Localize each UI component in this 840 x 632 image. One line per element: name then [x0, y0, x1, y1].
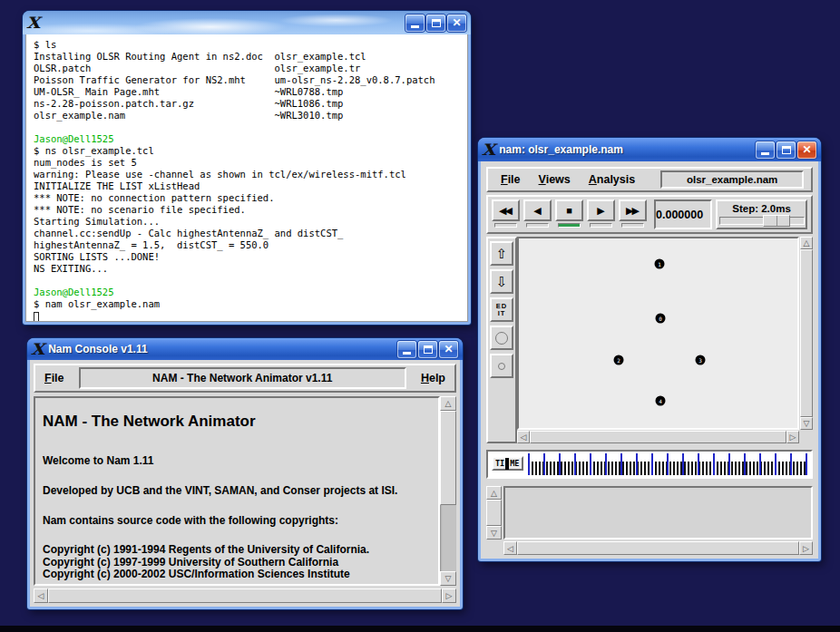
console-titlebar[interactable]: X Nam Console v1.11 ✕	[27, 338, 463, 360]
step-slider[interactable]	[719, 217, 805, 225]
network-node-2[interactable]: 2	[614, 355, 624, 365]
terminal-line: *** NOTE: no scenario file specified.	[34, 204, 467, 216]
x11-logo-icon: X	[31, 342, 44, 357]
menu-file[interactable]: File	[39, 369, 70, 387]
scroll-right-arrow[interactable]: ▷	[442, 588, 456, 603]
menu-help[interactable]: Help	[415, 369, 451, 387]
maximize-button[interactable]	[426, 15, 445, 32]
close-button[interactable]: ✕	[797, 141, 816, 159]
large-node-button-icon	[495, 332, 508, 345]
terminal-output[interactable]: $ lsInstalling OLSR Routing Agent in ns2…	[25, 34, 468, 322]
scroll-up-arrow[interactable]: △	[486, 486, 502, 500]
scroll-up-arrow[interactable]: △	[800, 237, 813, 249]
terminal-line: NS EXITING...	[34, 263, 467, 275]
console-text-area[interactable]: NAM - The Network Animator Welcome to Na…	[34, 396, 440, 586]
scroll-down-arrow[interactable]: ▽	[800, 417, 813, 430]
desktop-bottom-edge	[0, 626, 840, 632]
edit-button[interactable]: ED IT	[490, 297, 513, 322]
minimize-button[interactable]	[397, 341, 416, 358]
annotation-horizontal-scrollbar[interactable]: ◁ ▷	[503, 541, 813, 555]
scrollbar-thumb[interactable]	[530, 431, 786, 443]
terminal-line: Poisson Traffic Generator for NS2.mht um…	[34, 74, 467, 86]
scrollbar-thumb[interactable]	[486, 500, 502, 526]
terminal-line: UM-OLSR_ Main Page.mht ~WRL0788.tmp	[34, 86, 467, 98]
close-icon: ✕	[444, 344, 453, 355]
node-label: 4	[659, 398, 662, 404]
view-vertical-scrollbar[interactable]: △ ▽	[800, 237, 813, 430]
terminal-window: X ✕ $ lsInstalling OLSR Routing Agent in…	[23, 11, 471, 325]
rewind-button[interactable]: ◀◀	[492, 199, 520, 221]
terminal-line: OLSR.patch olsr_example.tr	[34, 63, 467, 74]
zoom-out-button[interactable]: ⇩	[490, 269, 513, 294]
terminal-line: num_nodes is set 5	[34, 157, 467, 169]
minimize-icon	[403, 352, 411, 355]
annotation-vertical-scrollbar[interactable]: △ ▽	[486, 486, 502, 540]
fast-forward-button-indicator	[621, 223, 644, 228]
scroll-down-arrow[interactable]: ▽	[440, 571, 456, 586]
step-slider-thumb[interactable]	[763, 215, 790, 227]
console-paragraph: Developed by UCB and the VINT, SAMAN, an…	[43, 484, 431, 497]
node-label: 1	[658, 261, 661, 267]
network-node-0[interactable]: 0	[656, 314, 666, 324]
maximize-icon	[424, 345, 433, 354]
console-vertical-scrollbar[interactable]: △ ▽	[440, 396, 456, 586]
step-rate-control: Step: 2.0ms	[716, 199, 807, 229]
terminal-line: *** NOTE: no connection pattern specifie…	[34, 192, 467, 204]
view-toolbar: ⇧⇩ED IT	[486, 237, 517, 443]
scrollbar-thumb[interactable]	[800, 249, 813, 417]
terminal-line: ns-2.28-poisson.patch.tar.gz ~WRL1086.tm…	[34, 98, 467, 110]
zoom-in-button[interactable]: ⇧	[490, 241, 513, 266]
scrollbar-thumb[interactable]	[440, 411, 456, 505]
scrollbar-thumb[interactable]	[517, 541, 799, 555]
node-label: 2	[617, 357, 620, 363]
terminal-titlebar[interactable]: X ✕	[23, 11, 471, 34]
menu-views[interactable]: Views	[533, 170, 576, 189]
play-forward-button[interactable]: ▶	[587, 199, 615, 221]
annotation-panel[interactable]	[503, 486, 813, 540]
view-horizontal-scrollbar[interactable]: ◁ ▷	[517, 431, 799, 443]
terminal-line: highestAntennaZ_ = 1.5, distCST_ = 550.0	[34, 239, 467, 251]
terminal-line	[34, 122, 467, 133]
time-ticks	[528, 453, 808, 475]
fast-forward-button[interactable]: ▶▶	[619, 199, 647, 221]
console-horizontal-scrollbar[interactable]: ◁ ▷	[34, 588, 456, 603]
small-node-button-icon	[498, 363, 505, 370]
terminal-line: warning: Please use -channel as shown in…	[34, 169, 467, 180]
scroll-left-arrow[interactable]: ◁	[517, 431, 530, 443]
maximize-button[interactable]	[418, 341, 437, 358]
terminal-line: Jason@Dell1525	[34, 287, 467, 298]
scroll-down-arrow[interactable]: ▽	[486, 526, 502, 540]
terminal-line: $ ls	[34, 39, 467, 51]
scroll-right-arrow[interactable]: ▷	[799, 541, 813, 555]
terminal-line: Starting Simulation...	[34, 216, 467, 228]
close-button[interactable]: ✕	[439, 341, 458, 358]
maximize-icon	[782, 146, 791, 154]
time-slider-bar[interactable]: TI ME	[486, 450, 813, 479]
stop-button[interactable]: ■	[555, 199, 583, 221]
scroll-up-arrow[interactable]: △	[440, 396, 456, 411]
terminal-cursor	[34, 312, 39, 322]
terminal-line: olsr_example.nam ~WRL3010.tmp	[34, 110, 467, 122]
menu-analysis[interactable]: Analysis	[583, 170, 640, 189]
scroll-left-arrow[interactable]: ◁	[34, 588, 48, 603]
large-node-button[interactable]	[490, 326, 513, 350]
network-node-4[interactable]: 4	[656, 396, 666, 406]
time-slider-handle[interactable]: TI ME	[492, 456, 523, 471]
close-button[interactable]: ✕	[447, 15, 466, 32]
maximize-button[interactable]	[777, 141, 796, 159]
network-node-1[interactable]: 1	[655, 259, 665, 269]
scrollbar-thumb[interactable]	[48, 588, 442, 603]
minimize-button[interactable]	[405, 15, 425, 32]
menu-file[interactable]: File	[495, 170, 526, 189]
scroll-left-arrow[interactable]: ◁	[503, 541, 517, 555]
nam-titlebar[interactable]: X nam: olsr_example.nam ✕	[478, 138, 821, 161]
minimize-button[interactable]	[756, 141, 775, 159]
play-backward-button[interactable]: ◀	[523, 199, 552, 221]
network-node-3[interactable]: 3	[696, 355, 706, 365]
trace-filename: olsr_example.nam	[660, 170, 804, 189]
small-node-button[interactable]	[490, 354, 513, 378]
console-title: Nam Console v1.11	[48, 343, 393, 355]
scroll-right-arrow[interactable]: ▷	[786, 431, 799, 443]
network-view[interactable]: 10234	[517, 237, 799, 430]
console-copyrights: Copyright (c) 1991-1994 Regents of the U…	[43, 544, 431, 581]
